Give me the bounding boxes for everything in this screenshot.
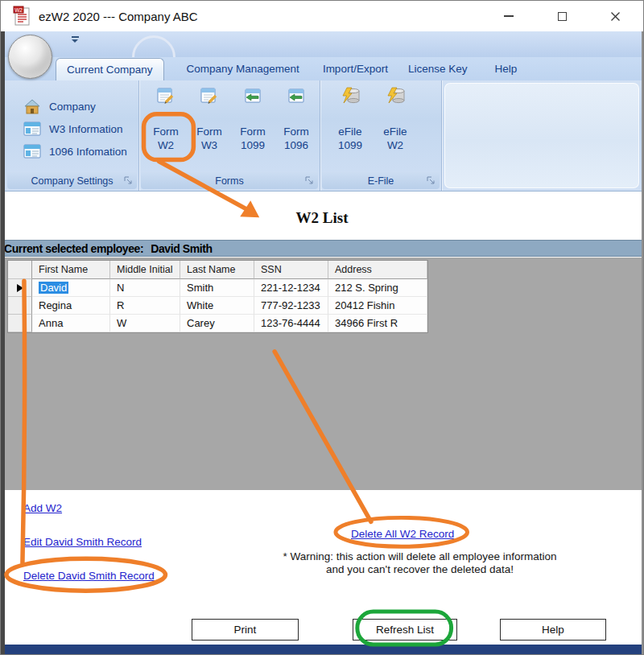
cell-first-name[interactable]: David	[32, 279, 110, 297]
cell-address[interactable]: 212 S. Spring	[328, 279, 427, 297]
tab-label: License Key	[408, 63, 468, 75]
group-label: E-File	[368, 175, 394, 187]
svg-text:W2: W2	[14, 7, 23, 13]
efile-1099-button[interactable]: eFile 1099	[328, 87, 372, 152]
form-w3-button[interactable]: Form W3	[188, 87, 231, 152]
group-efile: eFile 1099 eFile W2 E-File	[320, 80, 442, 191]
application-menu-orb[interactable]	[8, 35, 52, 79]
group-company-settings: Company W3 Information 1096 Info	[6, 80, 139, 191]
quick-access-toolbar-dropdown[interactable]	[69, 36, 80, 43]
selected-employee-value: David Smith	[151, 242, 213, 255]
item-label: 1096 Infomation	[49, 146, 127, 158]
cell-address[interactable]: 20412 Fishin	[328, 297, 427, 315]
house-icon	[23, 98, 41, 114]
group-label: Company Settings	[31, 175, 113, 187]
group-footer-efile: E-File	[322, 172, 440, 189]
refresh-list-button[interactable]: Refresh List	[353, 619, 457, 641]
button-label-line2: 1096	[275, 138, 318, 152]
cell-address[interactable]: 34966 First R	[328, 315, 427, 332]
chevron-down-icon	[72, 39, 78, 43]
button-label-line2: W2	[374, 138, 417, 152]
cell-ssn[interactable]: 123-76-4444	[254, 315, 328, 332]
selected-employee-bar: Current selected employee: David Smith	[1, 240, 643, 257]
button-label-line2: W2	[144, 138, 188, 152]
form-1096-button[interactable]: Form 1096	[275, 87, 318, 152]
edit-record-link[interactable]: Edit David Smith Record	[23, 536, 142, 548]
sidebar-item-w3-information[interactable]: W3 Information	[23, 119, 123, 138]
delete-all-warning: * Warning: this action will delete all e…	[269, 550, 571, 576]
cell-first-name[interactable]: Regina	[32, 297, 110, 315]
add-w2-link[interactable]: Add W2	[23, 502, 62, 514]
group-label: Forms	[215, 175, 243, 187]
window-controls	[482, 1, 642, 31]
window-border-left	[1, 31, 5, 655]
form-w2-button[interactable]: Form W2	[144, 87, 188, 152]
button-label-line1: Form	[188, 125, 231, 138]
cell-last-name[interactable]: White	[180, 297, 254, 315]
cell-ssn[interactable]: 777-92-1233	[254, 297, 328, 315]
button-label-line2: 1099	[328, 138, 372, 152]
close-icon	[610, 11, 621, 22]
ribbon-empty-panel	[444, 83, 639, 188]
column-header-address[interactable]: Address	[328, 261, 427, 279]
efile-icon	[340, 87, 361, 105]
cell-first-name[interactable]: Anna	[32, 315, 110, 332]
cell-middle-initial[interactable]: N	[110, 279, 180, 297]
column-header-middle-initial[interactable]: Middle Initial	[110, 261, 180, 279]
table-row[interactable]: David N Smith 221-12-1234 212 S. Spring	[8, 279, 427, 297]
table-row[interactable]: Anna W Carey 123-76-4444 34966 First R	[8, 315, 427, 332]
tab-license-key[interactable]: License Key	[403, 57, 473, 80]
column-header-ssn[interactable]: SSN	[254, 261, 328, 279]
maximize-button[interactable]	[535, 1, 588, 31]
button-label-line1: eFile	[374, 125, 417, 138]
sidebar-item-1096-information[interactable]: 1096 Infomation	[23, 142, 127, 161]
form-1099-button[interactable]: Form 1099	[231, 87, 275, 152]
button-label-line1: Form	[231, 125, 275, 138]
print-button[interactable]: Print	[192, 619, 299, 641]
title-bar: W2 ezW2 2020 --- Company ABC	[1, 1, 643, 31]
ribbon-top-bar	[1, 31, 643, 57]
delete-record-link[interactable]: Delete David Smith Record	[23, 570, 155, 582]
w2-table: First Name Middle Initial Last Name SSN …	[7, 260, 428, 333]
qat-bar-icon	[72, 36, 79, 38]
cell-ssn[interactable]: 221-12-1234	[254, 279, 328, 297]
form-edit-icon	[156, 87, 175, 105]
window-border-right	[642, 31, 643, 655]
dialog-launcher-icon[interactable]	[124, 176, 133, 185]
group-forms: Form W2 Form W3	[139, 80, 320, 191]
cell-last-name[interactable]: Carey	[180, 315, 254, 332]
tab-company-management[interactable]: Company Management	[176, 57, 310, 80]
form-list-icon	[23, 121, 41, 137]
group-footer-company-settings: Company Settings	[7, 172, 137, 189]
ribbon-body: Company W3 Information 1096 Info	[1, 80, 643, 192]
tab-current-company[interactable]: Current Company	[56, 58, 164, 80]
row-selector-cell[interactable]	[8, 297, 32, 315]
dialog-launcher-icon[interactable]	[305, 176, 314, 185]
item-label: Company	[49, 101, 96, 113]
close-button[interactable]	[588, 1, 642, 31]
table-row[interactable]: Regina R White 777-92-1233 20412 Fishin	[8, 297, 427, 315]
tab-help[interactable]: Help	[493, 57, 518, 80]
delete-all-link[interactable]: Delete All W2 Record	[351, 528, 454, 540]
button-label-line1: eFile	[328, 125, 372, 138]
efile-w2-button[interactable]: eFile W2	[374, 87, 417, 152]
cell-middle-initial[interactable]: R	[110, 297, 180, 315]
cell-middle-initial[interactable]: W	[110, 315, 180, 332]
dialog-launcher-icon[interactable]	[427, 176, 436, 185]
help-button[interactable]: Help	[500, 619, 606, 641]
button-label-line1: Form	[144, 125, 188, 138]
column-header-last-name[interactable]: Last Name	[180, 261, 254, 279]
cell-last-name[interactable]: Smith	[180, 279, 254, 297]
sidebar-item-company[interactable]: Company	[23, 97, 96, 116]
app-window: W2 ezW2 2020 --- Company ABC Current Com…	[0, 0, 644, 655]
tab-label: Company Management	[187, 63, 299, 75]
row-selector-cell[interactable]	[8, 315, 32, 332]
minimize-button[interactable]	[482, 1, 535, 31]
row-selector-cell[interactable]	[8, 279, 32, 297]
tab-import-export[interactable]: Import/Export	[319, 57, 392, 80]
column-header-first-name[interactable]: First Name	[32, 261, 110, 279]
form-list-icon	[23, 143, 41, 159]
tab-label: Import/Export	[323, 63, 388, 75]
decorative-arc	[132, 35, 175, 57]
table-header-row: First Name Middle Initial Last Name SSN …	[8, 261, 427, 279]
